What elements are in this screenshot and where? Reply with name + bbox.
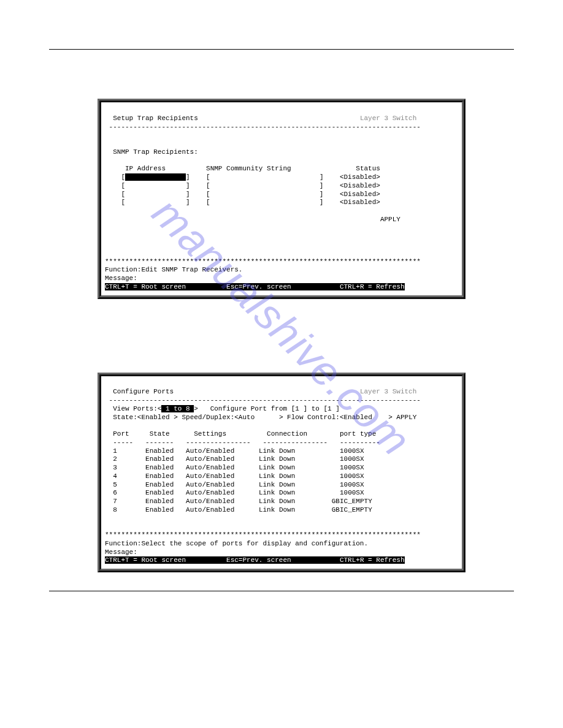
flow-label: Flow Control: <box>287 414 340 421</box>
top-horizontal-rule <box>49 49 514 50</box>
port-row-2: 2 Enabled Auto/Enabled Link Down 1000SX <box>105 455 364 463</box>
screen2-function: Function:Select the scope of ports for d… <box>105 540 368 547</box>
bottom-horizontal-rule <box>49 591 514 591</box>
screen2-title-left: Configure Ports <box>113 388 174 395</box>
col-port: Port <box>113 430 129 438</box>
status-2[interactable]: <Disabled> <box>340 191 380 198</box>
port-row-3: 3 Enabled Auto/Enabled Link Down 1000SX <box>105 464 364 471</box>
screen1-message: Message: <box>105 275 137 282</box>
status-3[interactable]: <Disabled> <box>340 199 380 206</box>
speed-label: Speed/Duplex: <box>182 414 234 421</box>
footer-left-2[interactable]: CTRL+T = Root screen <box>105 556 186 564</box>
screen1-footer: CTRL+T = Root screen Esc=Prev. screen CT… <box>105 283 405 290</box>
screen2-dashline: ----------------------------------------… <box>109 396 421 404</box>
status-1[interactable]: <Disabled> <box>340 182 380 189</box>
screen1-dashline: ----------------------------------------… <box>109 123 421 131</box>
port-row-5: 5 Enabled Auto/Enabled Link Down 1000SX <box>105 481 364 488</box>
terminal-ports: Configure Ports Layer 3 Switch ---------… <box>105 380 458 566</box>
apply-button-1[interactable]: APPLY <box>380 216 400 223</box>
terminal-snmp: Setup Trap Recipients Layer 3 Switch ---… <box>105 106 458 292</box>
screen2-title-right: Layer 3 Switch <box>360 388 416 395</box>
port-row-1: 1 Enabled Auto/Enabled Link Down 1000SX <box>105 447 364 455</box>
dash-settings: ---------------- <box>186 439 251 446</box>
dash-connection: ---------------- <box>263 439 328 446</box>
col-type: port type <box>340 430 376 438</box>
screen1-title-left: Setup Trap Recipients <box>113 115 198 122</box>
port-row-6: 6 Enabled Auto/Enabled Link Down 1000SX <box>105 489 364 496</box>
col-state: State <box>150 430 170 438</box>
ip-field-0[interactable] <box>125 173 186 181</box>
terminal-frame-snmp: Setup Trap Recipients Layer 3 Switch ---… <box>98 99 465 299</box>
footer-left-1[interactable]: CTRL+T = Root screen <box>105 283 186 290</box>
col-settings: Settings <box>194 430 226 438</box>
terminal-frame-ports: Configure Ports Layer 3 Switch ---------… <box>98 373 465 573</box>
screen2-footer: CTRL+T = Root screen Esc=Prev. screen CT… <box>105 556 405 564</box>
screen2-message: Message: <box>105 548 137 556</box>
screen1-starline: ****************************************… <box>105 258 421 265</box>
screen1-title: Setup Trap Recipients Layer 3 Switch <box>105 115 416 122</box>
state-label: State: <box>113 414 137 421</box>
ip-header: IP Address <box>125 165 166 172</box>
comm-header: SNMP Community String <box>206 165 291 172</box>
view-ports-label: View Ports: <box>113 405 158 412</box>
screen1-function: Function:Edit SNMP Trap Receivers. <box>105 266 242 273</box>
port-row-7: 7 Enabled Auto/Enabled Link Down GBIC_EM… <box>105 498 372 505</box>
footer-right-2[interactable]: CTRL+R = Refresh <box>340 556 405 564</box>
apply-button-2[interactable]: APPLY <box>396 414 416 421</box>
page: manualshive.com Setup Trap Recipients La… <box>0 0 563 653</box>
config-port-range[interactable]: Configure Port from [1 ] to [1 ] <box>210 405 340 412</box>
status-0[interactable]: <Disabled> <box>340 173 380 181</box>
dash-state: ------- <box>145 439 174 446</box>
screen1-section-label: SNMP Trap Recipients: <box>113 148 198 156</box>
flow-select[interactable]: <Enabled > <box>340 414 393 421</box>
state-select[interactable]: <Enabled > <box>137 414 178 421</box>
port-row-4: 4 Enabled Auto/Enabled Link Down 1000SX <box>105 472 364 480</box>
dash-type: ---------- <box>340 439 380 446</box>
screen2-starline: ****************************************… <box>105 531 421 539</box>
col-connection: Connection <box>267 430 307 438</box>
port-row-8: 8 Enabled Auto/Enabled Link Down GBIC_EM… <box>105 506 372 514</box>
view-ports-selector[interactable]: 1 to 8 <box>161 405 194 412</box>
status-header: Status <box>356 165 380 172</box>
footer-mid-2[interactable]: Esc=Prev. screen <box>226 556 291 564</box>
speed-select[interactable]: <Auto > <box>234 414 283 421</box>
dash-port: ----- <box>113 439 133 446</box>
footer-mid-1[interactable]: Esc=Prev. screen <box>226 283 291 290</box>
screen2-title: Configure Ports Layer 3 Switch <box>105 388 416 395</box>
screen1-title-right: Layer 3 Switch <box>360 115 416 122</box>
footer-right-1[interactable]: CTRL+R = Refresh <box>340 283 405 290</box>
